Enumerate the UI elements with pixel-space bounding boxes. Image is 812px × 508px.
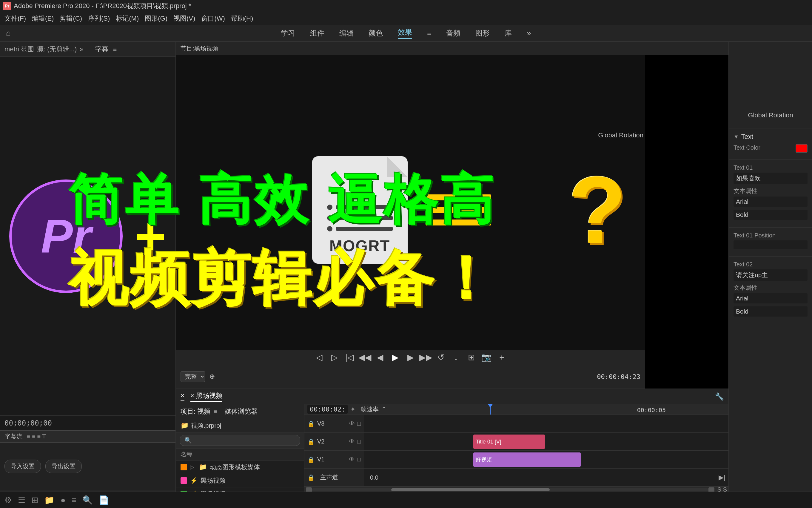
timeline-ruler: 00:00:02: ✦ 帧速率 ⌃ 00:00:05 xyxy=(304,404,728,415)
timeline-playhead[interactable] xyxy=(490,404,491,415)
project-item-expand-0[interactable]: ▷ xyxy=(190,464,194,470)
project-item-1[interactable]: ⚡ 黑场视频 xyxy=(176,474,304,488)
captions-panel-content: 导入设置 导出设置 xyxy=(0,442,176,490)
ripple-icon[interactable]: ✦ xyxy=(350,406,355,413)
nav-learn[interactable]: 学习 xyxy=(281,28,295,38)
text01-value[interactable]: 如果喜欢 xyxy=(733,173,808,184)
nav-library[interactable]: 库 xyxy=(505,28,512,38)
timeline-timecode-display[interactable]: 00:00:02: xyxy=(307,405,348,414)
track-eye-v2[interactable]: 👁 xyxy=(349,438,355,445)
scrollbar-thumb[interactable] xyxy=(391,488,550,491)
project-title: 项目: 视频 xyxy=(181,407,210,416)
menu-marker[interactable]: 标记(M) xyxy=(116,14,139,23)
track-mute-v3[interactable]: □ xyxy=(357,420,361,427)
import-settings-btn[interactable]: 导入设置 xyxy=(4,460,41,473)
framerate-expand-icon[interactable]: ⌃ xyxy=(381,406,386,413)
bottom-list2-icon[interactable]: ≡ xyxy=(71,496,77,505)
nav-more-btn[interactable]: » xyxy=(527,29,531,38)
preview-panel-header: 节目:黑场视频 xyxy=(176,42,728,55)
media-browser-tab[interactable]: 媒体浏览器 xyxy=(225,407,257,416)
timeline-tab-close[interactable]: × xyxy=(181,392,184,401)
project-item-name-1: 黑场视频 xyxy=(200,476,226,485)
preview-add-btn[interactable]: + xyxy=(496,352,507,363)
menu-sequence[interactable]: 序列(S) xyxy=(88,14,110,23)
nav-color[interactable]: 颜色 xyxy=(369,28,383,38)
track-header-v2: 🔒 V2 👁 □ xyxy=(304,433,364,450)
track-lock-v1[interactable]: 🔒 xyxy=(307,456,315,463)
bottom-settings-icon[interactable]: ⚙ xyxy=(4,495,12,505)
clip-video1[interactable]: 好视频 xyxy=(473,453,581,467)
project-item-folder-icon-0: 📁 xyxy=(199,463,207,471)
preview-next-edit[interactable]: ▶▶ xyxy=(421,352,431,363)
menu-view[interactable]: 视图(V) xyxy=(174,14,195,23)
menu-edit[interactable]: 编辑(E) xyxy=(32,14,54,23)
track-header-v3: 🔒 V3 👁 □ xyxy=(304,415,364,432)
bottom-file-icon[interactable]: 📄 xyxy=(99,495,109,505)
preview-step-fwd[interactable]: ▶ xyxy=(405,352,416,363)
track-lock-v3[interactable]: 🔒 xyxy=(307,420,315,427)
nav-graphic[interactable]: 图形 xyxy=(475,28,490,38)
master-nav-icon[interactable]: ▶| xyxy=(719,474,725,481)
track-lock-master[interactable]: 🔒 xyxy=(307,474,315,481)
captions-menu-icon[interactable]: ≡ xyxy=(113,45,117,53)
nav-component[interactable]: 组件 xyxy=(310,28,324,38)
project-folder-icon: 📁 xyxy=(181,422,189,429)
track-content-v2[interactable]: Title 01 [V] xyxy=(364,433,728,450)
preview-overwrite[interactable]: ⊞ xyxy=(466,352,477,363)
text-color-swatch[interactable] xyxy=(796,144,808,153)
preview-mark-clip[interactable]: |◁ xyxy=(344,352,355,363)
track-name-v2: V2 xyxy=(317,438,324,445)
project-search-input[interactable] xyxy=(180,435,300,446)
caption-align-icons: ≡ ≡ ≡ T xyxy=(27,433,46,440)
project-menu-icon[interactable]: ≡ xyxy=(213,408,217,415)
nav-edit[interactable]: 编辑 xyxy=(339,28,353,38)
nav-audio[interactable]: 音频 xyxy=(446,28,461,38)
text-props-01-label: 文本属性 xyxy=(733,187,808,195)
menu-help[interactable]: 帮助(H) xyxy=(231,14,253,23)
preview-loop[interactable]: ↺ xyxy=(436,352,446,363)
text01-position-slider[interactable] xyxy=(733,241,808,249)
scrollbar-track[interactable] xyxy=(312,488,709,491)
track-eye-v3[interactable]: 👁 xyxy=(349,420,355,427)
text02-value[interactable]: 请关注up主 xyxy=(733,269,808,281)
bottom-grid-icon[interactable]: ⊞ xyxy=(31,495,38,505)
yellow-line-3 xyxy=(426,219,491,225)
export-settings-btn[interactable]: 导出设置 xyxy=(45,460,82,473)
track-content-v1[interactable]: 好视频 xyxy=(364,451,728,468)
preview-step-back[interactable]: ◀ xyxy=(375,352,386,363)
menu-window[interactable]: 窗口(W) xyxy=(201,14,225,23)
track-lock-v2[interactable]: 🔒 xyxy=(307,438,315,445)
menu-file[interactable]: 文件(F) xyxy=(4,14,26,23)
preview-camera[interactable]: 📷 xyxy=(481,352,492,363)
track-eye-v1[interactable]: 👁 xyxy=(349,456,355,463)
preview-prev-edit[interactable]: ◀◀ xyxy=(360,352,370,363)
preview-mark-in[interactable]: ◁ xyxy=(314,352,325,363)
captions-label[interactable]: 字幕 xyxy=(95,45,108,54)
timeline-wrench[interactable]: 🔧 xyxy=(715,392,724,401)
nav-effects[interactable]: 效果 xyxy=(398,28,412,39)
bottom-list-icon[interactable]: ☰ xyxy=(18,495,26,505)
menu-clip[interactable]: 剪辑(C) xyxy=(60,14,82,23)
pr-logo-circle: Pr xyxy=(9,179,123,293)
bottom-toolbar: ⚙ ☰ ⊞ 📁 ● ≡ 🔍 📄 xyxy=(0,492,812,508)
timeline-tab-title[interactable]: × 黑场视频 xyxy=(190,391,222,402)
bottom-folder-icon[interactable]: 📁 xyxy=(44,495,55,505)
preview-play[interactable]: ▶ xyxy=(390,352,401,363)
project-item-0[interactable]: ▷ 📁 动态图形模板媒体 xyxy=(176,461,304,474)
track-mute-v1[interactable]: □ xyxy=(357,456,361,463)
preview-mark-out[interactable]: ▷ xyxy=(329,352,340,363)
clip-title01[interactable]: Title 01 [V] xyxy=(473,434,545,449)
bottom-search-icon[interactable]: 🔍 xyxy=(82,495,93,505)
title-bar: Pr Adobe Premiere Pro 2020 - F:\PR2020视频… xyxy=(0,0,812,12)
track-mute-v2[interactable]: □ xyxy=(357,438,361,445)
project-item-seq-icon-1: ⚡ xyxy=(190,477,198,484)
source-expand-btn[interactable]: » xyxy=(80,45,83,53)
home-button[interactable]: ⌂ xyxy=(6,29,11,38)
preview-insert[interactable]: ↓ xyxy=(451,352,462,363)
text01-position-label: Text 01 Position xyxy=(733,232,808,239)
track-content-v3[interactable] xyxy=(364,415,728,432)
quality-select[interactable]: 完整 xyxy=(181,371,205,382)
text-collapse-arrow[interactable]: ▼ xyxy=(733,134,739,140)
menu-graphic[interactable]: 图形(G) xyxy=(145,14,168,23)
track-content-master[interactable]: 0.0 ▶| xyxy=(364,469,728,486)
